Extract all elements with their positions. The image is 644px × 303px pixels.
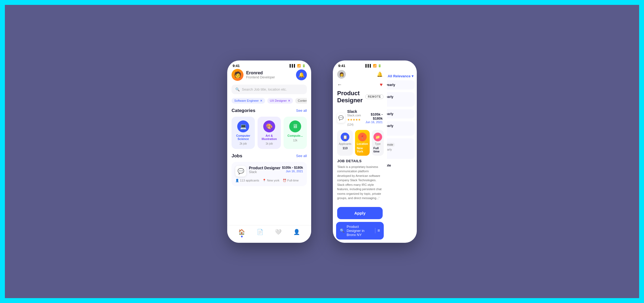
categories-see-all[interactable]: See all (296, 109, 307, 113)
user-info: 🧑 Eronred Frontend Developer (232, 69, 275, 81)
type-card-label: Type (375, 142, 381, 145)
company-site: Slack.com (347, 114, 364, 117)
home-icon: 🏠 (238, 229, 245, 235)
document-icon: 📄 (257, 229, 264, 235)
job-meta-location: 📍 New york (262, 179, 279, 182)
job-logo: 💬 (235, 166, 246, 177)
type-icon: ⏰ (283, 179, 287, 182)
job-details-heading: JOB DETAILS (337, 159, 383, 163)
status-icons-right: ▌▌▌ 📶 🔋 (366, 64, 382, 68)
bottom-search-text: Product Designer in Bronx NY (347, 225, 373, 237)
review-count: (124) (347, 123, 353, 126)
category-art[interactable]: 🎨 Art & Illustration 1k job (258, 117, 281, 149)
job-meta-type: ⏰ Full-time (283, 179, 299, 182)
nav-profile[interactable]: 👤 (293, 229, 300, 237)
detail-nav: ← ♥ (333, 81, 387, 90)
tags-row: Software Engineer ✕ UX Designer ✕ Conten… (232, 98, 307, 104)
nav-home[interactable]: 🏠 (238, 229, 245, 237)
status-bar-right: 9:41 ▌▌▌ 📶 🔋 (333, 60, 387, 69)
heart-icon: 🤍 (275, 229, 282, 235)
tag-close-icon[interactable]: ✕ (288, 99, 290, 103)
applicants-card-label: Applicants (339, 142, 351, 145)
job-card-product-designer[interactable]: 💬 Product Designer Slack $105k - $180k J… (232, 162, 307, 186)
signal-icon-r: ▌▌▌ (366, 64, 372, 67)
job-salary: $105k - $180k (282, 166, 303, 170)
categories-title: Categories (232, 108, 255, 113)
detail-salary: $105k - $180k (364, 112, 383, 120)
job-date: Jun 16, 2021 (282, 170, 303, 173)
jobs-see-all[interactable]: See all (296, 154, 307, 158)
category-computer-science[interactable]: 💻 Computer Science 2k job (232, 117, 255, 149)
job-card-header: 💬 Product Designer Slack $105k - $180k J… (235, 166, 303, 177)
detail-date: Jun 16, 2021 (364, 120, 383, 124)
bottom-nav: 🏠 📄 🤍 👤 (227, 225, 311, 243)
job-title-block: Product Designer Slack (249, 166, 282, 174)
applicants-card-icon: 📋 (341, 133, 349, 141)
battery-icon: 🔋 (302, 64, 306, 68)
remote-badge: REMOTE (365, 94, 383, 99)
apply-button[interactable]: Apply (337, 207, 383, 219)
search-box[interactable]: 🔍 Search Job title, location etc. (232, 85, 307, 94)
jobs-title: Jobs (232, 153, 242, 159)
nav-document[interactable]: 📄 (257, 229, 264, 237)
job-details-section: JOB DETAILS 'Slack is a proprietary busi… (333, 159, 387, 204)
tag-label: Content M... (298, 99, 307, 102)
search-icon: 🔍 (235, 87, 240, 91)
category-name-cs: Computer Science (234, 134, 253, 141)
location-icon: 📍 (262, 179, 266, 182)
jobs-header: Jobs See all (232, 153, 307, 159)
user-name: Eronred (246, 71, 275, 75)
type-label: Full-time (287, 179, 299, 182)
company-logo: 💬 (337, 113, 345, 123)
company-right: $105k - $180k Jun 16, 2021 (364, 112, 383, 124)
battery-icon-r: 🔋 (378, 64, 382, 68)
detail-job-title: Product Designer REMOTE (337, 90, 383, 104)
wifi-icon: 📶 (297, 64, 301, 68)
relevance-label: All Relevance (388, 74, 411, 78)
tag-close-icon[interactable]: ✕ (260, 99, 262, 103)
bottom-search-bar[interactable]: 🔍 Product Designer in Bronx NY ≡ (336, 222, 384, 240)
bell-icon-right[interactable]: 🔔 (377, 71, 383, 77)
info-card-applicants: 📋 Applicants 113 (337, 130, 353, 156)
detail-card: 9:41 ▌▌▌ 📶 🔋 👩 🔔 ← ♥ Product De (333, 60, 387, 243)
categories-header: Categories See all (232, 108, 307, 113)
user-header: 🧑 Eronred Frontend Developer 🔔 (232, 69, 307, 81)
job-meta-applicants: 👤 113 applicants (235, 179, 259, 182)
notification-bell-button[interactable]: 🔔 (296, 69, 307, 80)
category-count-art: 1k job (266, 142, 273, 145)
tag-ux-designer[interactable]: UX Designer ✕ (267, 98, 293, 104)
category-count-cs: 2k job (240, 142, 247, 145)
user-details: Eronred Frontend Developer (246, 71, 275, 79)
company-details: Slack Slack.com ★★★★★ (124) (347, 109, 364, 127)
nav-favorites[interactable]: 🤍 (275, 229, 282, 237)
company-name: Slack (347, 109, 364, 114)
type-card-value: Full time (373, 146, 382, 153)
applicants-icon: 👤 (235, 179, 239, 182)
category-compute[interactable]: 🖥 Compute... 12k (284, 117, 307, 149)
tag-label: Software Engineer (234, 99, 259, 102)
right-avatar: 👩 (337, 70, 346, 79)
search-divider (375, 228, 375, 233)
relevance-dropdown[interactable]: All Relevance ▾ (388, 74, 414, 78)
status-bar-left: 9:41 ▌▌▌ 📶 🔋 (227, 60, 311, 69)
type-card-icon: 📁 (373, 133, 382, 141)
tag-software-engineer[interactable]: Software Engineer ✕ (232, 98, 265, 104)
favorite-button[interactable]: ♥ (380, 82, 383, 88)
company-rating: ★★★★★ (124) (347, 117, 364, 127)
tag-content[interactable]: Content M... (295, 98, 307, 104)
filter-icon[interactable]: ≡ (378, 228, 380, 233)
job-meta: 👤 113 applicants 📍 New york ⏰ Full-time (235, 179, 303, 182)
search-placeholder: Search Job title, location etc. (242, 87, 287, 91)
info-cards-row: 📋 Applicants 113 📍 Location New York 📁 T… (333, 130, 387, 159)
company-row: 💬 Slack Slack.com ★★★★★ (124) $105k - $1… (333, 109, 387, 130)
category-name-art: Art & Illustration (260, 134, 279, 141)
category-icon-compute: 🖥 (289, 120, 301, 132)
location-label: New york (267, 179, 279, 182)
left-phone: 9:41 ▌▌▌ 📶 🔋 🧑 Eronred Frontend Develope… (227, 60, 311, 243)
info-card-type: 📁 Type Full time (372, 130, 384, 156)
location-card-icon: 📍 (358, 133, 367, 141)
star-icons: ★★★★★ (347, 118, 361, 121)
info-card-location: 📍 Location New York (355, 130, 370, 156)
back-button[interactable]: ← (337, 82, 342, 88)
status-time-right: 9:41 (338, 64, 345, 68)
